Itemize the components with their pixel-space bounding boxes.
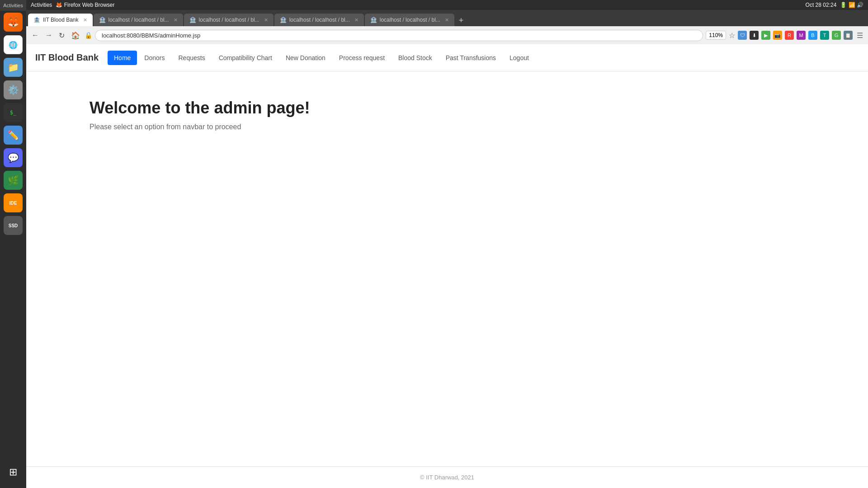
ext-download-icon[interactable]: ⬇ <box>750 31 759 40</box>
system-datetime: Oct 28 02:24 <box>806 2 837 8</box>
system-top-bar: Activities 🦊 Firefox Web Browser Oct 28 … <box>26 0 868 10</box>
tab-3-close[interactable]: ✕ <box>354 17 359 23</box>
ext-camera-icon[interactable]: 📷 <box>773 31 782 40</box>
bookmark-button[interactable]: ☆ <box>729 31 735 40</box>
tab-4-label: localhost / localhost / bl... <box>380 17 440 23</box>
address-input[interactable] <box>95 30 703 41</box>
ext-blue-icon[interactable]: B <box>808 31 817 40</box>
tab-3-label: localhost / localhost / bl... <box>289 17 350 23</box>
navbar: IIT Blood Bank Home Donors Requests Comp… <box>26 44 868 71</box>
apps-grid-icon[interactable]: ⊞ <box>4 463 23 482</box>
files-icon[interactable]: 📁 <box>4 58 23 77</box>
nav-donors[interactable]: Donors <box>138 51 171 65</box>
ext-menu-icon[interactable]: ☰ <box>855 31 864 40</box>
new-tab-button[interactable]: + <box>455 15 467 26</box>
tab-2[interactable]: 🏦 localhost / localhost / bl... ✕ <box>184 14 274 26</box>
tab-2-icon: 🏦 <box>189 17 196 23</box>
tab-0-label: IIT Blood Bank <box>43 17 79 23</box>
settings-icon[interactable]: ⚙️ <box>4 80 23 99</box>
nav-home[interactable]: Home <box>108 51 137 65</box>
nav-past-transfusions[interactable]: Past Transfusions <box>439 51 502 65</box>
firefox-icon[interactable]: 🦊 <box>4 13 23 32</box>
activities-button[interactable]: Activities <box>0 0 26 11</box>
welcome-heading: Welcome to the admin page! <box>90 99 850 117</box>
taskbar: Activities 🦊 🌐 📁 ⚙️ $_ ✏️ 💬 🌿 IDE SSD ⊞ <box>0 0 26 488</box>
nav-requests[interactable]: Requests <box>172 51 212 65</box>
tab-3[interactable]: 🏦 localhost / localhost / bl... ✕ <box>274 14 364 26</box>
tab-0-icon: 🏦 <box>33 17 40 23</box>
ext-m-icon[interactable]: M <box>797 31 806 40</box>
ext-clipboard-icon[interactable]: 📋 <box>844 31 853 40</box>
nav-compatibility-chart[interactable]: Compatibility Chart <box>212 51 278 65</box>
forward-button[interactable]: → <box>43 30 54 40</box>
ide-icon[interactable]: IDE <box>4 193 23 212</box>
nav-links: Home Donors Requests Compatibility Chart… <box>108 51 535 65</box>
tab-1-close[interactable]: ✕ <box>174 17 178 23</box>
welcome-subtext: Please select an option from navbar to p… <box>90 123 850 131</box>
tab-2-close[interactable]: ✕ <box>264 17 268 23</box>
navbar-brand: IIT Blood Bank <box>35 52 99 63</box>
ext-teal-icon[interactable]: T <box>820 31 829 40</box>
system-tray: 🔋 📶 🔊 <box>840 2 863 8</box>
ext-play-icon[interactable]: ▶ <box>761 31 770 40</box>
activities-label: Activities <box>3 3 23 8</box>
tab-1[interactable]: 🏦 localhost / localhost / bl... ✕ <box>94 14 183 26</box>
nav-new-donation[interactable]: New Donation <box>279 51 332 65</box>
nav-blood-stock[interactable]: Blood Stock <box>392 51 439 65</box>
discord-icon[interactable]: 💬 <box>4 148 23 167</box>
tab-1-icon: 🏦 <box>99 17 106 23</box>
photo-icon[interactable]: 🌿 <box>4 171 23 190</box>
ssd-icon[interactable]: SSD <box>4 216 23 235</box>
terminal-icon[interactable]: $_ <box>4 103 23 122</box>
editor-icon[interactable]: ✏️ <box>4 126 23 145</box>
tab-2-label: localhost / localhost / bl... <box>199 17 259 23</box>
nav-logout[interactable]: Logout <box>503 51 535 65</box>
tab-0-close[interactable]: ✕ <box>83 17 87 23</box>
tab-4-close[interactable]: ✕ <box>445 17 449 23</box>
tab-4-icon: 🏦 <box>370 17 377 23</box>
page-footer: © IIT Dharwad, 2021 <box>26 466 868 488</box>
tab-0[interactable]: 🏦 IIT Blood Bank ✕ <box>28 14 93 26</box>
chrome-icon[interactable]: 🌐 <box>4 35 23 54</box>
refresh-button[interactable]: ↻ <box>57 30 66 41</box>
zoom-level: 110% <box>706 31 726 40</box>
ext-red-icon[interactable]: R <box>785 31 794 40</box>
security-icon: 🔒 <box>85 32 92 39</box>
footer-text: © IIT Dharwad, 2021 <box>420 474 474 481</box>
browser-window: Activities 🦊 Firefox Web Browser Oct 28 … <box>26 0 868 488</box>
tab-3-icon: 🏦 <box>280 17 287 23</box>
tab-1-label: localhost / localhost / bl... <box>108 17 169 23</box>
page-content: Welcome to the admin page! Please select… <box>26 71 868 466</box>
tab-bar: 🏦 IIT Blood Bank ✕ 🏦 localhost / localho… <box>26 10 868 26</box>
browser-title: 🦊 Firefox Web Browser <box>56 2 114 8</box>
home-button[interactable]: 🏠 <box>69 30 82 41</box>
tab-4[interactable]: 🏦 localhost / localhost / bl... ✕ <box>365 14 454 26</box>
webpage: IIT Blood Bank Home Donors Requests Comp… <box>26 44 868 488</box>
nav-process-request[interactable]: Process request <box>333 51 391 65</box>
address-bar-row: ← → ↻ 🏠 🔒 110% ☆ 🛡 ⬇ ▶ 📷 R M B T G 📋 ☰ <box>26 26 868 44</box>
ext-green-icon[interactable]: G <box>832 31 841 40</box>
ext-shield-icon[interactable]: 🛡 <box>738 31 747 40</box>
activities-text[interactable]: Activities <box>31 2 52 8</box>
back-button[interactable]: ← <box>30 30 41 40</box>
